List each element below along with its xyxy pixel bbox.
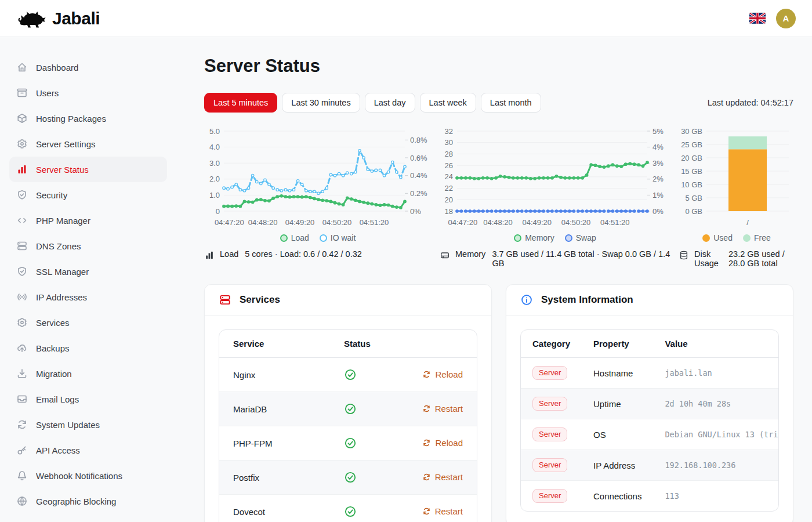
service-row-php-fpm: PHP-FPMReload xyxy=(219,426,477,461)
sidebar-item-migration[interactable]: Migration xyxy=(9,361,167,386)
action-label: Restart xyxy=(435,472,463,482)
home-icon xyxy=(16,61,28,73)
refresh-icon xyxy=(422,438,431,447)
chart-column-load: 01.02.03.04.05.00%0.2%0.4%0.6%0.8%04:47:… xyxy=(204,125,432,268)
filter-last-5-minutes[interactable]: Last 5 minutes xyxy=(204,93,277,113)
refresh-icon xyxy=(422,507,431,516)
sidebar-item-security[interactable]: Security xyxy=(9,182,167,208)
legend-item: IO wait xyxy=(320,233,356,242)
service-status xyxy=(330,461,400,495)
sidebar-item-dashboard[interactable]: Dashboard xyxy=(9,55,167,80)
status-ok-icon xyxy=(344,403,357,415)
category-badge: Server xyxy=(532,458,567,472)
svg-text:04:51:20: 04:51:20 xyxy=(360,218,389,227)
brand-title: Jabali xyxy=(52,9,100,28)
stat-label: Memory xyxy=(455,249,485,259)
service-row-nginx: NginxReload xyxy=(219,358,477,392)
avatar[interactable]: A xyxy=(776,9,796,28)
sidebar-item-label: Security xyxy=(36,190,67,200)
svg-text:28: 28 xyxy=(445,150,453,158)
svg-text:30: 30 xyxy=(445,138,453,147)
sidebar-item-webhook-notifications[interactable]: Webhook Notifications xyxy=(9,463,167,488)
navbar: Jabali A xyxy=(0,0,812,37)
service-action-reload-button[interactable]: Reload xyxy=(422,438,463,448)
service-action-restart-button[interactable]: Restart xyxy=(422,472,463,482)
service-status xyxy=(330,495,400,522)
sidebar-item-geographic-blocking[interactable]: Geographic Blocking xyxy=(9,488,167,514)
service-name: MariaDB xyxy=(219,392,330,426)
refresh-icon xyxy=(422,404,431,413)
sidebar-item-label: System Updates xyxy=(36,420,100,430)
svg-text:3.0: 3.0 xyxy=(209,159,220,168)
svg-text:0%: 0% xyxy=(410,207,421,216)
sidebar-item-server-status[interactable]: Server Status xyxy=(9,157,167,182)
svg-text:22: 22 xyxy=(445,184,453,193)
filter-last-month[interactable]: Last month xyxy=(481,93,541,113)
service-row-dovecot: DovecotRestart xyxy=(219,495,477,522)
property-name: Connections xyxy=(582,481,653,512)
sidebar-item-backups[interactable]: Backups xyxy=(9,335,167,361)
filter-last-day[interactable]: Last day xyxy=(365,93,415,113)
legend-dot-icon xyxy=(320,234,327,242)
sidebar-item-ssl-manager[interactable]: SSL Manager xyxy=(9,259,167,284)
system-row-os: ServerOSDebian GNU/Linux 13 (trixie) xyxy=(521,419,779,450)
category-badge: Server xyxy=(532,427,567,441)
service-name: Nginx xyxy=(219,358,330,392)
stat-disk-usage: Disk Usage23.2 GB used / 28.0 GB total xyxy=(679,249,795,268)
service-action-restart-button[interactable]: Restart xyxy=(422,506,463,516)
property-name: IP Address xyxy=(582,450,653,481)
column-header: Status xyxy=(330,330,400,358)
filter-last-30-minutes[interactable]: Last 30 minutes xyxy=(282,93,360,113)
charts-row: 01.02.03.04.05.00%0.2%0.4%0.6%0.8%04:47:… xyxy=(204,125,793,268)
code-icon xyxy=(16,215,28,226)
sidebar-item-server-settings[interactable]: Server Settings xyxy=(9,131,167,157)
sidebar-item-label: PHP Manager xyxy=(36,216,90,226)
svg-text:18: 18 xyxy=(445,207,453,216)
legend-label: Memory xyxy=(525,233,554,242)
filter-row: Last 5 minutesLast 30 minutesLast dayLas… xyxy=(204,93,793,113)
refresh-icon xyxy=(422,473,431,481)
svg-text:4.0: 4.0 xyxy=(209,143,220,151)
stat-label: Load xyxy=(220,249,238,259)
service-action-reload-button[interactable]: Reload xyxy=(422,369,463,379)
property-value: jabali.lan xyxy=(665,368,779,378)
sidebar-item-hosting-packages[interactable]: Hosting Packages xyxy=(9,106,167,131)
chart-memory: 18202224262830320%1%2%3%4%5%04:47:2004:4… xyxy=(440,125,670,230)
svg-text:26: 26 xyxy=(445,161,453,170)
column-header: Service xyxy=(219,330,330,358)
property-value: 113 xyxy=(665,491,779,501)
service-status xyxy=(330,392,400,426)
filter-last-week[interactable]: Last week xyxy=(420,93,476,113)
sidebar-item-users[interactable]: Users xyxy=(9,80,167,106)
sidebar-item-ip-addresses[interactable]: IP Addresses xyxy=(9,284,167,310)
property-value: 2d 10h 40m 28s xyxy=(665,399,779,408)
server-stack-icon xyxy=(16,240,28,252)
sidebar-item-system-updates[interactable]: System Updates xyxy=(9,412,167,437)
service-status xyxy=(330,426,400,461)
sidebar-item-label: Services xyxy=(36,318,70,328)
service-action-restart-button[interactable]: Restart xyxy=(422,404,463,414)
svg-text:2%: 2% xyxy=(652,175,664,183)
svg-text:0.6%: 0.6% xyxy=(410,154,427,162)
legend-dot-icon xyxy=(514,234,521,242)
language-flag-uk-icon[interactable] xyxy=(749,13,766,24)
sidebar-item-label: Server Settings xyxy=(36,139,96,149)
svg-text:04:47:20: 04:47:20 xyxy=(215,218,244,227)
property-name: Hostname xyxy=(582,358,653,389)
navbar-right: A xyxy=(749,9,796,28)
sidebar-item-api-access[interactable]: API Access xyxy=(9,437,167,463)
legend-label: Swap xyxy=(576,233,596,242)
stat-load: Load5 cores · Load: 0.6 / 0.42 / 0.32 xyxy=(204,249,432,260)
sidebar-item-email-logs[interactable]: Email Logs xyxy=(9,386,167,412)
sidebar-item-services[interactable]: Services xyxy=(9,310,167,335)
sidebar-item-php-manager[interactable]: PHP Manager xyxy=(9,208,167,233)
property-value: 192.168.100.236 xyxy=(665,461,779,470)
column-header: Category xyxy=(521,330,582,358)
services-card-title: Services xyxy=(240,294,280,306)
sidebar-item-label: Users xyxy=(36,88,59,98)
action-label: Reload xyxy=(435,369,463,379)
legend-item: Free xyxy=(743,233,771,242)
sidebar-item-dns-zones[interactable]: DNS Zones xyxy=(9,233,167,259)
svg-text:04:48:20: 04:48:20 xyxy=(483,218,513,227)
services-table: ServiceStatus NginxReloadMariaDBRestartP… xyxy=(219,330,477,522)
